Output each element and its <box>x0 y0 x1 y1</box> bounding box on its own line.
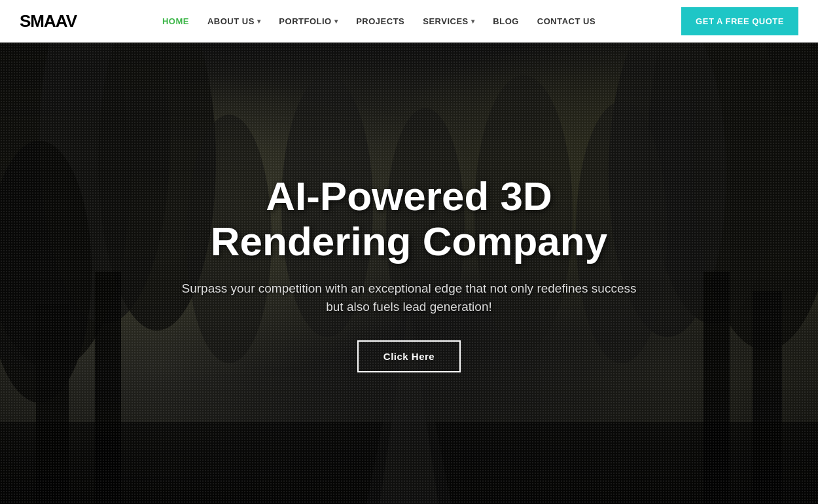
hero-subtitle: Surpass your competition with an excepti… <box>173 279 645 317</box>
logo-accent: AV <box>56 11 77 31</box>
nav-services[interactable]: SERVICES ▾ <box>414 0 484 43</box>
header: SMAAV HOME ABOUT US ▾ PORTFOLIO ▾ PROJEC… <box>0 0 818 43</box>
portfolio-chevron-icon: ▾ <box>334 18 338 25</box>
hero-section: AI-Powered 3D Rendering Company Surpass … <box>0 43 818 504</box>
logo[interactable]: SMAAV <box>20 11 77 31</box>
nav-home[interactable]: HOME <box>153 0 198 43</box>
logo-text: SMA <box>20 11 56 31</box>
nav-projects[interactable]: PROJECTS <box>347 0 414 43</box>
hero-cta-button[interactable]: Click Here <box>357 340 461 372</box>
nav-blog[interactable]: BLOG <box>484 0 528 43</box>
get-free-quote-button[interactable]: GET A FREE QUOTE <box>681 7 798 35</box>
services-chevron-icon: ▾ <box>471 18 475 25</box>
nav-about-us[interactable]: ABOUT US ▾ <box>198 0 270 43</box>
hero-content: AI-Powered 3D Rendering Company Surpass … <box>147 174 671 372</box>
nav-portfolio[interactable]: PORTFOLIO ▾ <box>270 0 347 43</box>
hero-title: AI-Powered 3D Rendering Company <box>173 174 645 263</box>
main-nav: HOME ABOUT US ▾ PORTFOLIO ▾ PROJECTS SER… <box>153 0 605 43</box>
nav-contact-us[interactable]: CONTACT US <box>528 0 605 43</box>
about-us-chevron-icon: ▾ <box>257 18 261 25</box>
